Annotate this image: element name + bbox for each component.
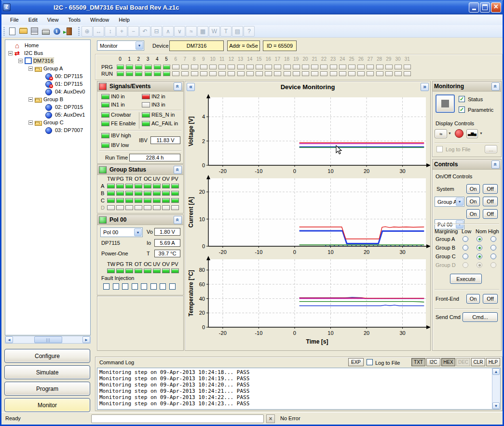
log-v-scrollbar[interactable]: ▲ ▼ (492, 368, 500, 409)
margin-group-a-high-radio[interactable] (490, 236, 496, 242)
tree-item-04-auxdev0[interactable]: 04: AuxDev0 (5, 88, 90, 95)
system-off-button[interactable]: Off (483, 184, 498, 194)
stop-monitoring-button[interactable] (436, 94, 455, 113)
histogram-display-button[interactable]: ▃▆▄ (466, 129, 478, 138)
front-end-off-button[interactable]: Off (483, 294, 498, 304)
margin-group-b-nom-radio[interactable] (477, 245, 482, 251)
exit-icon[interactable] (62, 26, 73, 37)
collapse-chevron-icon[interactable] (174, 166, 182, 174)
scroll-up-button[interactable]: ▲ (492, 368, 500, 375)
menu-window[interactable]: Window (85, 15, 114, 24)
log-hlp-button[interactable]: HLP (486, 358, 500, 366)
margin-group-a-nom-radio[interactable] (477, 236, 482, 242)
command-log-output[interactable]: Monitoring step on 09-Apr-2013 10:24:18.… (97, 368, 501, 410)
log-to-file-checkbox[interactable] (367, 359, 373, 365)
tree-expander-icon[interactable] (8, 51, 13, 55)
scroll-charts-right-button[interactable]: » (421, 83, 429, 91)
fault-injection-checkbox-6[interactable] (160, 283, 166, 290)
device-tree[interactable]: HomeI2C BusDM7316Group A00: DP711501: DP… (5, 40, 91, 335)
scroll-thumb[interactable] (34, 336, 62, 343)
tree-item-00-dp7115[interactable]: 00: DP7115 (5, 72, 90, 80)
tree-item-dm7316[interactable]: DM7316 (5, 57, 90, 65)
chevron-down-icon[interactable]: ▼ (448, 132, 451, 135)
print-icon[interactable] (40, 26, 51, 37)
pol-onoff-combobox[interactable]: Pol 00 ▼ (435, 219, 464, 229)
tree-expander-icon[interactable] (28, 67, 33, 71)
clear-status-button[interactable]: × (266, 414, 275, 423)
collapse-chevron-icon[interactable] (174, 216, 182, 224)
collapse-chevron-icon[interactable] (174, 82, 182, 91)
maximize-button[interactable] (480, 2, 490, 13)
fault-injection-checkbox-0[interactable] (103, 283, 109, 290)
fault-injection-checkbox-3[interactable] (132, 283, 138, 290)
status-checkbox[interactable]: ✓ (459, 96, 465, 102)
nav-simulate-button[interactable]: Simulate (4, 365, 90, 379)
minimize-button[interactable] (469, 2, 479, 13)
margin-group-a-low-radio[interactable] (463, 236, 468, 242)
nav-monitor-button[interactable]: Monitor (4, 398, 90, 412)
execute-button[interactable]: Execute (450, 274, 482, 284)
chevron-down-icon[interactable]: ▼ (479, 132, 483, 135)
pol-combobox[interactable]: Pol 00 ▼ (100, 227, 143, 237)
log-hex-button[interactable]: HEX (441, 358, 455, 366)
log-txt-button[interactable]: TXT (411, 358, 425, 366)
save-icon[interactable] (29, 26, 40, 37)
fault-injection-checkbox-4[interactable] (141, 283, 147, 290)
menu-edit[interactable]: Edit (24, 15, 42, 24)
close-button[interactable] (491, 2, 501, 13)
tree-expander-icon[interactable] (28, 97, 33, 102)
margin-group-c-high-radio[interactable] (490, 253, 496, 259)
margin-group-b-low-radio[interactable] (463, 245, 468, 251)
chevron-down-icon[interactable]: ▼ (136, 41, 143, 50)
tree-item-group-c[interactable]: Group C (5, 119, 90, 126)
nav-configure-button[interactable]: Configure (4, 349, 90, 363)
log-i2c-button[interactable]: I2C (426, 358, 440, 366)
tree-item-home[interactable]: Home (5, 41, 90, 49)
tree-expander-icon[interactable] (18, 59, 23, 63)
fault-injection-checkbox-2[interactable] (122, 283, 128, 290)
titlebar[interactable]: Z I2C - 65509_DM7316 Eval Board Rev A.z1… (0, 0, 504, 14)
waveform-display-button[interactable]: ≈ (435, 129, 447, 138)
tree-item-05-auxdev1[interactable]: 05: AuxDev1 (5, 111, 90, 119)
menu-help[interactable]: Help (114, 15, 135, 24)
nav-program-button[interactable]: Program (4, 382, 90, 396)
record-icon[interactable] (455, 129, 463, 138)
pol-off-button[interactable]: Off (483, 209, 498, 219)
parametric-checkbox[interactable]: ✓ (459, 106, 465, 113)
tree-expander-icon[interactable] (28, 120, 33, 125)
cmd-button[interactable]: Cmd... (463, 312, 498, 322)
chevron-down-icon[interactable]: ▼ (456, 220, 463, 228)
tree-item-group-a[interactable]: Group A (5, 65, 90, 72)
scroll-left-button[interactable]: ◄ (5, 336, 13, 343)
front-end-on-button[interactable]: On (466, 294, 480, 304)
chevron-down-icon[interactable]: ▼ (134, 228, 142, 236)
menu-file[interactable]: File (5, 15, 24, 24)
margin-group-c-low-radio[interactable] (463, 253, 468, 259)
collapse-chevron-icon[interactable] (491, 160, 500, 169)
scroll-right-button[interactable]: ► (82, 336, 90, 343)
margin-group-c-nom-radio[interactable] (477, 253, 482, 259)
open-folder-icon[interactable] (18, 26, 29, 37)
tree-item-02-dp7015[interactable]: 02: DP7015 (5, 103, 90, 111)
chevron-down-icon[interactable]: ▼ (456, 198, 463, 206)
group-off-button[interactable]: Off (483, 197, 498, 206)
new-document-icon[interactable] (7, 26, 18, 37)
tree-item-i2c-bus[interactable]: I2C Bus (5, 49, 90, 57)
tree-h-scrollbar[interactable]: ◄ ► (5, 336, 91, 344)
margin-group-b-high-radio[interactable] (490, 245, 496, 251)
menu-view[interactable]: View (42, 15, 64, 24)
scroll-down-button[interactable]: ▼ (492, 402, 500, 409)
group-combobox[interactable]: Group A ▼ (435, 197, 464, 207)
group-on-button[interactable]: On (466, 197, 480, 206)
fault-injection-checkbox-5[interactable] (150, 283, 157, 290)
collapse-chevron-icon[interactable] (491, 82, 500, 91)
log-clr-button[interactable]: CLR (471, 358, 485, 366)
menu-tools[interactable]: Tools (63, 15, 85, 24)
tree-item-03-dp7007[interactable]: 03: DP7007 (5, 126, 90, 134)
system-on-button[interactable]: On (466, 184, 480, 194)
fault-injection-checkbox-7[interactable] (169, 283, 176, 290)
mode-combobox[interactable]: Monitor ▼ (97, 40, 144, 51)
info-icon[interactable] (51, 26, 62, 37)
export-button[interactable]: EXP (348, 358, 364, 366)
tree-item-group-b[interactable]: Group B (5, 95, 90, 103)
